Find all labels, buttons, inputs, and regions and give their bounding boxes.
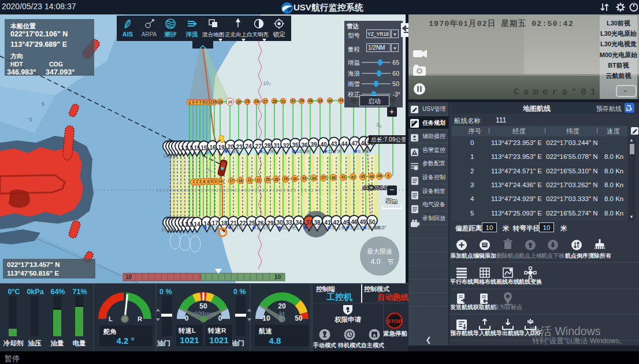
svg-text:36: 36 — [301, 142, 308, 148]
svg-text:14.2米: 14.2米 — [163, 153, 178, 159]
svg-text:0 %: 0 % — [159, 288, 172, 296]
svg-text:R: R — [138, 315, 142, 322]
svg-text:41: 41 — [341, 175, 345, 179]
svg-text:正北向上: 正北向上 — [225, 31, 247, 38]
svg-text:✱2.2米: ✱2.2米 — [259, 148, 275, 154]
svg-text:✱5.7米: ✱5.7米 — [228, 225, 244, 231]
svg-text:平行布线: 平行布线 — [451, 278, 473, 285]
svg-text:设为目标点: 设为目标点 — [493, 304, 522, 310]
svg-text:23: 23 — [245, 99, 250, 103]
svg-text:航速: 航速 — [258, 327, 273, 335]
svg-text:37: 37 — [321, 176, 326, 180]
svg-text:40: 40 — [328, 99, 332, 103]
svg-text:0: 0 — [218, 314, 222, 322]
svg-text:✱11.7米: ✱11.7米 — [324, 148, 342, 154]
svg-text:4.0: 4.0 — [371, 258, 381, 266]
svg-text:18: 18 — [238, 179, 243, 183]
svg-text:45: 45 — [361, 174, 365, 179]
svg-text:15: 15 — [200, 145, 207, 151]
svg-text:28: 28 — [272, 99, 277, 103]
svg-text:14: 14 — [218, 179, 222, 183]
svg-text:✱30.1米: ✱30.1米 — [345, 225, 365, 231]
svg-text:0kPa: 0kPa — [27, 288, 44, 296]
svg-text:68.0°: 68.0° — [374, 225, 387, 231]
svg-text:航点下移: 航点下移 — [541, 252, 564, 259]
svg-text:x100rpm: x100rpm — [191, 310, 216, 317]
svg-text:44: 44 — [341, 141, 348, 147]
svg-text:26: 26 — [274, 177, 278, 181]
svg-text:0: 0 — [185, 314, 189, 322]
svg-text:35: 35 — [299, 99, 304, 103]
svg-text:1021: 1021 — [209, 335, 228, 345]
svg-text:21: 21 — [247, 178, 252, 182]
svg-text:20: 20 — [278, 302, 286, 310]
svg-text:油量: 油量 — [50, 340, 65, 347]
svg-text:L: L — [109, 315, 113, 322]
svg-text:画线布线: 画线布线 — [496, 278, 519, 285]
svg-text:✱30.1米: ✱30.1米 — [303, 225, 322, 231]
svg-text:STOP: STOP — [387, 318, 402, 324]
svg-text:预存航线: 预存航线 — [451, 330, 473, 336]
svg-text:39: 39 — [318, 99, 322, 103]
svg-text:24: 24 — [254, 99, 259, 103]
svg-text:1021: 1021 — [180, 335, 199, 345]
svg-text:权限申请: 权限申请 — [334, 316, 362, 323]
svg-text:总长:7.09公里: 总长:7.09公里 — [371, 136, 406, 143]
svg-text:10: 10 — [125, 274, 132, 280]
svg-text:⁻5: ⁻5 — [27, 117, 32, 122]
svg-text:紧急停船: 紧急停船 — [383, 330, 408, 337]
svg-text:46: 46 — [369, 174, 374, 179]
svg-text:航线变换: 航线变换 — [518, 278, 542, 285]
svg-text:34: 34 — [311, 176, 316, 180]
svg-text:油门: 油门 — [157, 339, 170, 347]
svg-text:31: 31 — [281, 99, 285, 103]
svg-text:43: 43 — [339, 98, 343, 102]
svg-text:20: 20 — [236, 100, 241, 104]
svg-text:✱31.6米: ✱31.6米 — [252, 225, 271, 231]
svg-text:32: 32 — [291, 99, 295, 103]
svg-text:50: 50 — [199, 302, 207, 310]
svg-text:−: − — [389, 185, 394, 194]
svg-text:4.2 °: 4.2 ° — [116, 336, 134, 346]
svg-text:转速R: 转速R — [207, 327, 226, 335]
svg-text:混合地图: 混合地图 — [202, 31, 224, 38]
svg-text:42: 42 — [351, 175, 355, 179]
svg-text:38: 38 — [331, 176, 336, 180]
svg-text:32: 32 — [283, 143, 289, 149]
svg-text:39: 39 — [310, 142, 317, 148]
svg-text:锁定: 锁定 — [273, 31, 286, 38]
svg-text:待机模式: 待机模式 — [337, 342, 361, 348]
svg-text:-10: -10 — [260, 314, 270, 322]
svg-text:4.8: 4.8 — [269, 336, 281, 346]
svg-text:自主模式: 自主模式 — [361, 342, 384, 348]
svg-text:50m: 50m — [386, 198, 397, 205]
svg-text:A: A — [373, 333, 376, 338]
svg-text:19.0米: 19.0米 — [161, 226, 176, 232]
svg-text:27: 27 — [263, 99, 268, 103]
svg-text:40: 40 — [320, 142, 327, 148]
svg-text:50: 50 — [295, 314, 303, 322]
svg-text:DXF: DXF — [528, 320, 533, 323]
svg-text:113°47'50.816" E: 113°47'50.816" E — [7, 270, 59, 277]
svg-text:18: 18 — [221, 220, 228, 226]
svg-text:航点上移: 航点上移 — [518, 252, 542, 259]
svg-text:导出航线: 导出航线 — [496, 330, 519, 336]
svg-text:+: + — [389, 107, 394, 116]
svg-text:0 %: 0 % — [233, 288, 246, 296]
svg-text:✱32.2米: ✱32.2米 — [277, 225, 296, 231]
svg-text:36: 36 — [308, 99, 313, 103]
svg-text:✱9.9米: ✱9.9米 — [203, 225, 220, 231]
svg-text:发送航线: 发送航线 — [451, 304, 473, 310]
svg-text:舵角: 舵角 — [103, 328, 117, 335]
svg-text:44米357.0: 44米357.0 — [363, 185, 387, 191]
svg-text:14: 14 — [194, 221, 200, 228]
svg-text:5: 5 — [387, 174, 389, 178]
svg-text:获取航线: 获取航线 — [473, 304, 496, 310]
svg-text:16: 16 — [209, 144, 216, 151]
svg-text:kt: kt — [279, 310, 285, 317]
svg-text:航点倒序: 航点倒序 — [564, 252, 588, 259]
svg-text:33: 33 — [302, 176, 306, 180]
svg-text:✱31.1米: ✱31.1米 — [327, 225, 346, 231]
svg-text:47: 47 — [351, 140, 358, 147]
svg-text:22: 22 — [256, 178, 261, 182]
